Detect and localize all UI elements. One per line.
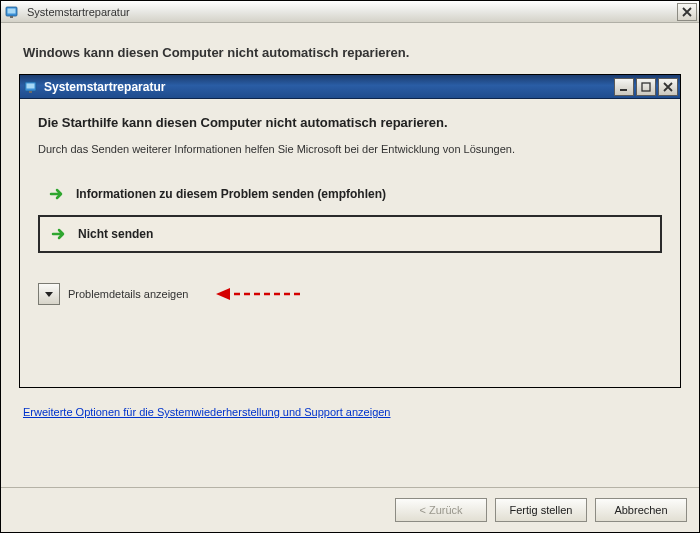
arrow-right-icon xyxy=(48,185,66,203)
outer-heading: Windows kann diesen Computer nicht autom… xyxy=(23,45,677,60)
inner-body: Die Starthilfe kann diesen Computer nich… xyxy=(20,99,680,387)
inner-title: Systemstartreparatur xyxy=(44,80,612,94)
inner-titlebar: Systemstartreparatur xyxy=(20,75,680,99)
finish-button[interactable]: Fertig stellen xyxy=(495,498,587,522)
outer-window: Systemstartreparatur Windows kann diesen… xyxy=(0,0,700,533)
back-button: < Zurück xyxy=(395,498,487,522)
inner-window: Systemstartreparatur Die Starthilfe kann… xyxy=(19,74,681,388)
annotation-arrow-icon xyxy=(212,286,302,302)
chevron-down-icon xyxy=(43,288,55,300)
inner-heading: Die Starthilfe kann diesen Computer nich… xyxy=(38,115,662,130)
svg-rect-2 xyxy=(10,16,13,18)
option-nosend-label: Nicht senden xyxy=(78,227,153,241)
inner-description: Durch das Senden weiterer Informationen … xyxy=(38,142,662,157)
svg-rect-4 xyxy=(27,83,35,88)
footer: < Zurück Fertig stellen Abbrechen xyxy=(1,487,699,532)
repair-icon xyxy=(24,79,40,95)
details-row: Problemdetails anzeigen xyxy=(38,283,662,305)
option-send-info[interactable]: Informationen zu diesem Problem senden (… xyxy=(38,177,662,211)
advanced-options-link[interactable]: Erweiterte Optionen für die Systemwieder… xyxy=(23,406,677,418)
arrow-right-icon xyxy=(50,225,68,243)
expand-details-button[interactable] xyxy=(38,283,60,305)
outer-title: Systemstartreparatur xyxy=(25,6,675,18)
outer-body: Windows kann diesen Computer nicht autom… xyxy=(1,23,699,487)
minimize-button[interactable] xyxy=(614,78,634,96)
svg-rect-6 xyxy=(620,89,627,91)
option-do-not-send[interactable]: Nicht senden xyxy=(38,215,662,253)
svg-rect-1 xyxy=(8,8,16,13)
maximize-button[interactable] xyxy=(636,78,656,96)
option-send-label: Informationen zu diesem Problem senden (… xyxy=(76,187,386,201)
cancel-button[interactable]: Abbrechen xyxy=(595,498,687,522)
repair-icon xyxy=(5,4,21,20)
outer-titlebar: Systemstartreparatur xyxy=(1,1,699,23)
close-button[interactable] xyxy=(677,3,697,21)
svg-rect-5 xyxy=(29,91,32,93)
svg-rect-7 xyxy=(642,83,650,91)
details-label: Problemdetails anzeigen xyxy=(68,288,188,300)
close-button[interactable] xyxy=(658,78,678,96)
